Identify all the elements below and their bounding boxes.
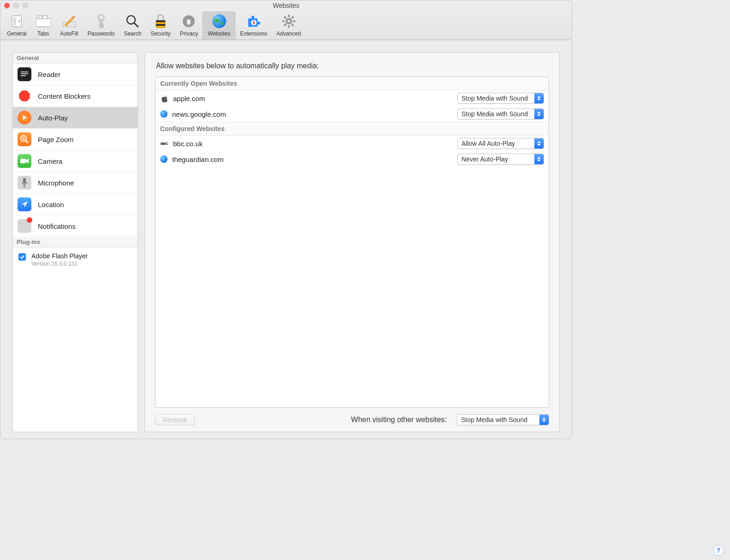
select-value: Stop Media with Sound [461, 95, 528, 102]
minimize-window-button[interactable] [13, 3, 19, 8]
window-controls [4, 3, 28, 8]
chevron-updown-icon [534, 109, 544, 119]
toolbar-tabs[interactable]: ✕+ Tabs [31, 12, 55, 40]
site-row[interactable]: news.google.com Stop Media with Sound [156, 106, 549, 122]
chevron-updown-icon [534, 93, 544, 103]
sidebar-item-label: Notifications [38, 222, 76, 230]
globe-favicon [160, 110, 168, 118]
toolbar-tabs-label: Tabs [37, 30, 49, 37]
svg-line-30 [292, 17, 293, 18]
toolbar-extensions-label: Extensions [240, 30, 267, 37]
preferences-window: Websites General ✕+ Tabs AutoFill Passwo… [0, 0, 572, 439]
toolbar-security[interactable]: Security [146, 12, 175, 40]
plugin-version: Version 26.0.0.131 [31, 261, 88, 267]
toolbar-websites[interactable]: Websites [203, 12, 235, 40]
toolbar-general-label: General [7, 30, 27, 37]
sidebar-plugin-flash[interactable]: Adobe Flash Player Version 26.0.0.131 [13, 248, 138, 272]
plugin-info: Adobe Flash Player Version 26.0.0.131 [31, 252, 88, 267]
sidebar-item-label: Camera [38, 157, 62, 165]
sidebar-item-label: Reader [38, 71, 60, 78]
auto-play-icon [18, 111, 31, 125]
sidebar-item-camera[interactable]: Camera [13, 150, 138, 172]
site-row[interactable]: theguardian.com Never Auto-Play [156, 151, 549, 167]
remove-button[interactable]: Remove [155, 414, 195, 425]
svg-rect-42 [23, 178, 26, 184]
sidebar-item-location[interactable]: Location [13, 193, 138, 215]
site-row[interactable]: BBC bbc.co.uk Allow All Auto-Play [156, 136, 549, 151]
microphone-icon [18, 176, 31, 190]
toolbar-general[interactable]: General [2, 12, 31, 40]
select-value: Stop Media with Sound [461, 110, 528, 118]
sidebar-item-label: Microphone [38, 179, 74, 187]
toolbar-websites-label: Websites [208, 30, 230, 37]
site-domain: apple.com [173, 95, 453, 102]
toolbar-passwords-label: Passwords [88, 30, 115, 37]
chevron-updown-icon [534, 154, 544, 164]
chevron-updown-icon [534, 138, 544, 149]
toolbar-search-label: Search [124, 30, 141, 37]
titlebar: Websites [0, 0, 572, 11]
svg-line-37 [26, 141, 28, 143]
site-domain: theguardian.com [172, 155, 453, 163]
zoom-window-button[interactable] [23, 3, 28, 8]
toolbar-extensions[interactable]: Extensions [235, 12, 272, 40]
toolbar-privacy-label: Privacy [180, 30, 198, 37]
sidebar-item-label: Location [38, 201, 64, 209]
svg-rect-40 [20, 159, 26, 163]
window-title: Websites [0, 2, 572, 9]
plugin-checkbox[interactable] [18, 253, 26, 261]
svg-line-29 [284, 24, 286, 26]
site-setting-select[interactable]: Stop Media with Sound [457, 93, 544, 104]
passwords-icon [94, 14, 108, 29]
select-value: Never Auto-Play [461, 155, 508, 163]
other-websites-select[interactable]: Stop Media with Sound [457, 414, 549, 425]
svg-text:✕: ✕ [38, 16, 41, 19]
svg-rect-13 [101, 26, 103, 28]
main-panel: Allow websites below to automatically pl… [144, 52, 560, 432]
toolbar-advanced-label: Advanced [276, 30, 301, 37]
toolbar-autofill[interactable]: AutoFill [55, 12, 83, 40]
svg-line-15 [134, 23, 138, 27]
site-domain: news.google.com [172, 110, 453, 118]
svg-line-27 [284, 17, 286, 18]
toolbar-security-label: Security [150, 30, 170, 37]
sidebar-item-reader[interactable]: Reader [13, 64, 138, 85]
content-blockers-icon [18, 89, 31, 103]
sidebar-section-general: General [13, 53, 138, 64]
privacy-icon [181, 14, 196, 29]
site-row[interactable]: apple.com Stop Media with Sound [156, 90, 549, 106]
tabs-icon: ✕+ [36, 14, 51, 29]
svg-line-28 [292, 24, 293, 26]
other-websites-label: When visiting other websites: [351, 416, 447, 424]
sidebar-item-content-blockers[interactable]: Content Blockers [13, 85, 138, 107]
sidebar-section-plugins: Plug-ins [13, 237, 138, 248]
toolbar-privacy[interactable]: Privacy [175, 12, 203, 40]
select-value: Allow All Auto-Play [461, 140, 515, 147]
sidebar-item-notifications[interactable]: Notifications [13, 215, 138, 237]
close-window-button[interactable] [4, 3, 10, 8]
site-setting-select[interactable]: Allow All Auto-Play [457, 138, 544, 149]
site-setting-select[interactable]: Never Auto-Play [457, 154, 544, 165]
sidebar-item-microphone[interactable]: Microphone [13, 172, 138, 193]
toolbar-advanced[interactable]: Advanced [272, 12, 305, 40]
security-icon [153, 14, 168, 29]
reader-icon [18, 67, 31, 81]
site-setting-select[interactable]: Stop Media with Sound [457, 108, 544, 119]
svg-rect-18 [156, 24, 165, 26]
toolbar-passwords[interactable]: Passwords [83, 12, 120, 40]
chevron-updown-icon [539, 415, 549, 425]
main-heading: Allow websites below to automatically pl… [156, 62, 549, 70]
svg-point-10 [100, 16, 102, 19]
sidebar-item-label: Content Blockers [38, 92, 90, 100]
svg-marker-45 [21, 201, 28, 208]
sidebar-item-page-zoom[interactable]: Page Zoom [13, 128, 138, 150]
website-list: Currently Open Websites apple.com Stop M… [155, 77, 549, 408]
svg-point-22 [287, 20, 290, 23]
advanced-icon [281, 14, 296, 29]
plugin-name: Adobe Flash Player [31, 252, 88, 260]
toolbar-search[interactable]: Search [119, 12, 146, 40]
svg-marker-34 [19, 91, 30, 101]
svg-text:+: + [45, 15, 47, 18]
general-icon [9, 14, 24, 29]
sidebar-item-auto-play[interactable]: Auto-Play [13, 107, 138, 128]
